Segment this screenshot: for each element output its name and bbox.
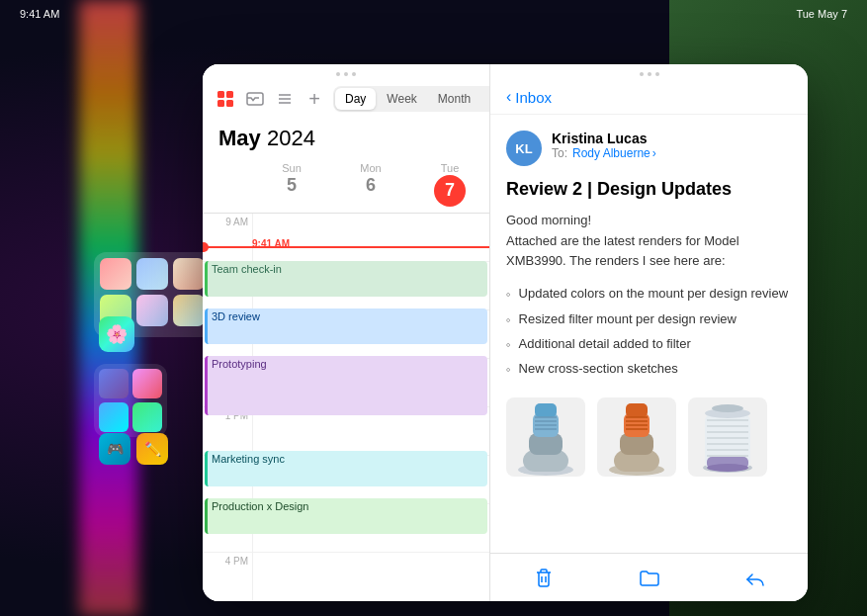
day-col-sun[interactable]: Sun 5 bbox=[252, 159, 331, 209]
inbox-icon[interactable] bbox=[244, 88, 266, 110]
time-label-16: 4 PM bbox=[203, 553, 252, 600]
rack-icon-2 bbox=[136, 258, 168, 290]
product-img-filter bbox=[688, 397, 767, 477]
day-name-mon: Mon bbox=[360, 162, 381, 174]
svg-rect-0 bbox=[217, 91, 224, 98]
app-icon-games[interactable]: 🎮 bbox=[99, 433, 130, 465]
calendar-event-team-check-in[interactable]: Team check-in bbox=[205, 261, 487, 297]
year-label: 2024 bbox=[267, 126, 315, 150]
status-time: 9:41 AM bbox=[20, 8, 59, 20]
sender-name: Kristina Lucas bbox=[552, 131, 792, 146]
time-grid: 9 AM10 AM11 AMNoon1 PM2 PM3 PM4 PM5 PM9:… bbox=[203, 214, 489, 601]
calendar-grid-icon[interactable] bbox=[215, 88, 236, 110]
email-from-row: KL Kristina Lucas To: Rody Albuerne › bbox=[506, 131, 792, 166]
rack2-icon-4 bbox=[132, 402, 162, 432]
svg-rect-21 bbox=[626, 403, 648, 417]
day-column-headers: Sun 5 Mon 6 Tue 7 bbox=[203, 155, 489, 214]
bullet-item-4: New cross-section sketches bbox=[506, 357, 792, 382]
svg-point-37 bbox=[712, 404, 743, 412]
rack-icon-1 bbox=[100, 258, 131, 290]
add-event-icon[interactable]: + bbox=[303, 88, 325, 110]
svg-rect-12 bbox=[535, 403, 557, 417]
rack2-icon-1 bbox=[99, 369, 129, 398]
second-app-rack bbox=[94, 364, 167, 437]
app-icon-pencil[interactable]: ✏️ bbox=[136, 433, 168, 465]
bullet-item-2: Resized filter mount per design review bbox=[506, 308, 792, 332]
tab-month[interactable]: Month bbox=[428, 88, 480, 110]
time-slot-16 bbox=[252, 553, 489, 600]
email-bottom-bar bbox=[490, 553, 808, 601]
calendar-event-marketing-sync[interactable]: Marketing sync bbox=[205, 451, 487, 486]
back-to-inbox-button[interactable]: ‹ Inbox bbox=[506, 88, 552, 106]
sender-info: Kristina Lucas To: Rody Albuerne › bbox=[552, 131, 792, 160]
email-body: KL Kristina Lucas To: Rody Albuerne › Re… bbox=[490, 115, 808, 553]
email-greeting: Good morning! bbox=[506, 213, 792, 227]
rack-icon-6 bbox=[136, 295, 168, 326]
chevron-right-icon: › bbox=[652, 146, 656, 160]
svg-rect-2 bbox=[217, 100, 224, 107]
bullet-item-3: Additional detail added to filter bbox=[506, 332, 792, 357]
back-label: Inbox bbox=[515, 89, 552, 106]
delete-email-button[interactable] bbox=[522, 562, 565, 593]
window-dot-1 bbox=[336, 72, 340, 76]
day-col-tue[interactable]: Tue 7 bbox=[410, 159, 489, 209]
window-dot-3 bbox=[352, 72, 356, 76]
time-column-spacer bbox=[203, 159, 252, 209]
email-dot-3 bbox=[655, 72, 659, 76]
status-date: Tue May 7 bbox=[796, 8, 847, 20]
day-num-sun: 5 bbox=[252, 175, 331, 197]
calendar-event-3d-review[interactable]: 3D review bbox=[205, 308, 487, 344]
day-name-sun: Sun bbox=[282, 162, 302, 174]
calendar-event-prototyping[interactable]: Prototyping bbox=[205, 356, 487, 415]
day-num-mon: 6 bbox=[331, 175, 410, 197]
folder-email-button[interactable] bbox=[628, 562, 671, 593]
rack-icon-7 bbox=[173, 295, 205, 326]
bullet-item-1: Updated colors on the mount per design r… bbox=[506, 282, 792, 307]
tab-week[interactable]: Week bbox=[377, 88, 426, 110]
window-dot-2 bbox=[344, 72, 348, 76]
reply-email-button[interactable] bbox=[734, 562, 777, 593]
status-bar: 9:41 AM Tue May 7 bbox=[0, 0, 867, 28]
email-bullet-list: Updated colors on the mount per design r… bbox=[506, 282, 792, 382]
rack-icon-3 bbox=[173, 258, 205, 290]
svg-rect-3 bbox=[226, 100, 233, 107]
month-header: May 2024 bbox=[203, 118, 489, 155]
toolbar-left-icons: + bbox=[215, 88, 325, 110]
time-line-container bbox=[203, 246, 489, 248]
list-icon[interactable] bbox=[274, 88, 296, 110]
email-window-dots bbox=[490, 64, 808, 80]
calendar-toolbar: + Day Week Month Year 🔍 Search bbox=[203, 80, 489, 118]
time-row-9: 9 AM bbox=[203, 214, 489, 262]
calendar-panel: + Day Week Month Year 🔍 Search May 2024 bbox=[203, 64, 489, 601]
month-title: May 2024 bbox=[218, 126, 474, 151]
calendar-window-dots bbox=[203, 64, 489, 80]
photos-app-icon[interactable]: 🌸 bbox=[99, 316, 134, 352]
svg-point-39 bbox=[707, 464, 748, 472]
email-dot-1 bbox=[640, 72, 644, 76]
email-toolbar: ‹ Inbox bbox=[490, 80, 808, 115]
product-img-blue bbox=[506, 397, 585, 477]
day-col-mon[interactable]: Mon 6 bbox=[331, 159, 410, 209]
product-img-orange bbox=[597, 397, 676, 477]
email-body-text: Attached are the latest renders for Mode… bbox=[506, 231, 792, 270]
recipient-name: Rody Albuerne bbox=[572, 146, 650, 160]
tab-day[interactable]: Day bbox=[335, 88, 376, 110]
sender-to: To: Rody Albuerne › bbox=[552, 146, 792, 160]
calendar-event-production-x-design[interactable]: Production x Design bbox=[205, 498, 487, 534]
chevron-left-icon: ‹ bbox=[506, 88, 511, 106]
email-dot-2 bbox=[648, 72, 651, 76]
sender-avatar: KL bbox=[506, 131, 542, 166]
rack2-icon-2 bbox=[132, 369, 162, 398]
email-panel: ‹ Inbox KL Kristina Lucas To: Rody Albue… bbox=[489, 64, 808, 601]
main-app-window: + Day Week Month Year 🔍 Search May 2024 bbox=[203, 64, 808, 601]
time-row-16: 4 PM bbox=[203, 553, 489, 601]
calendar-body: 9 AM10 AM11 AMNoon1 PM2 PM3 PM4 PM5 PM9:… bbox=[203, 214, 489, 601]
bottom-app-icons: 🎮 ✏️ bbox=[99, 433, 168, 465]
day-num-tue: 7 bbox=[434, 175, 466, 207]
email-subject: Review 2 | Design Updates bbox=[506, 178, 792, 201]
product-images bbox=[506, 397, 792, 477]
svg-rect-1 bbox=[226, 91, 233, 98]
day-name-tue: Tue bbox=[441, 162, 460, 174]
time-label-9: 9 AM bbox=[203, 214, 252, 261]
rack2-icon-3 bbox=[99, 402, 129, 432]
